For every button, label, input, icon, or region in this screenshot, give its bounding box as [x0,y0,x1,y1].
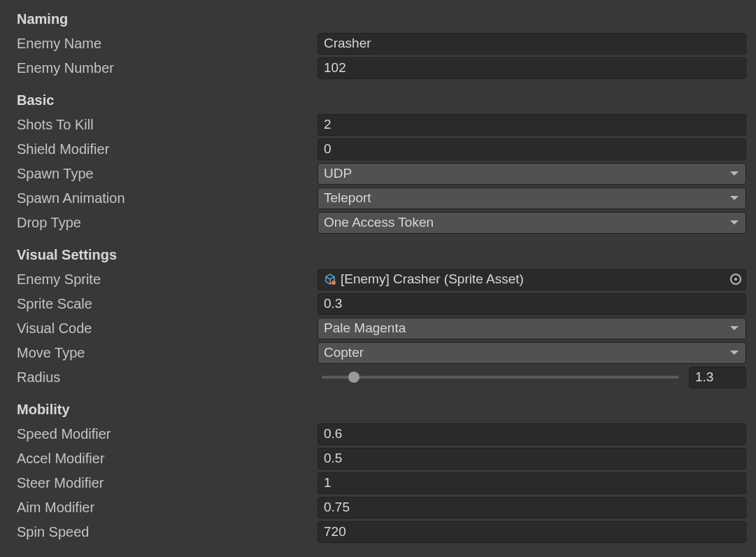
input-steer-modifier[interactable]: 1 [318,472,746,494]
slider-thumb-icon[interactable] [348,372,359,383]
row-speed-modifier: Speed Modifier 0.6 [17,422,746,446]
label-sprite-scale: Sprite Scale [17,296,318,312]
row-sprite-scale: Sprite Scale 0.3 [17,292,746,316]
input-aim-modifier[interactable]: 0.75 [318,497,746,519]
section-header-visual: Visual Settings [17,247,746,263]
section-header-naming: Naming [17,11,746,27]
dropdown-spawn-type[interactable]: UDP [318,163,746,185]
label-aim-modifier: Aim Modifier [17,500,318,516]
row-visual-code: Visual Code Pale Magenta [17,316,746,340]
object-picker-icon[interactable] [730,274,741,285]
svg-point-0 [331,281,336,285]
label-drop-type: Drop Type [17,215,318,231]
label-visual-code: Visual Code [17,320,318,337]
input-spin-speed[interactable]: 720 [318,521,746,543]
dropdown-drop-type-value: One Access Token [324,215,434,230]
dropdown-visual-code[interactable]: Pale Magenta [318,318,746,339]
dropdown-spawn-animation-value: Teleport [324,190,371,206]
label-enemy-name: Enemy Name [17,36,318,52]
section-header-mobility: Mobility [17,402,746,418]
label-shots-to-kill: Shots To Kill [17,117,318,133]
label-accel-modifier: Accel Modifier [17,451,318,467]
row-aim-modifier: Aim Modifier 0.75 [17,495,746,519]
input-speed-modifier[interactable]: 0.6 [318,423,746,445]
row-shots-to-kill: Shots To Kill 2 [17,113,746,136]
label-spawn-type: Spawn Type [17,166,318,182]
input-accel-modifier[interactable]: 0.5 [318,448,746,470]
label-spawn-animation: Spawn Animation [17,190,318,206]
section-header-basic: Basic [17,92,746,108]
label-radius: Radius [17,369,318,386]
label-enemy-sprite: Enemy Sprite [17,272,318,288]
label-steer-modifier: Steer Modifier [17,475,318,491]
dropdown-spawn-animation[interactable]: Teleport [318,188,746,209]
row-spawn-animation: Spawn Animation Teleport [17,186,746,210]
input-enemy-name[interactable]: Crasher [318,33,746,55]
object-field-enemy-sprite-value: [Enemy] Crasher (Sprite Asset) [341,272,524,287]
dropdown-visual-code-value: Pale Magenta [324,320,406,336]
row-shield-modifier: Shield Modifier 0 [17,137,746,161]
row-move-type: Move Type Copter [17,341,746,365]
dropdown-spawn-type-value: UDP [324,166,352,181]
label-move-type: Move Type [17,345,318,361]
chevron-down-icon [730,351,739,355]
input-shield-modifier[interactable]: 0 [318,139,746,160]
input-shots-to-kill[interactable]: 2 [318,114,746,136]
label-enemy-number: Enemy Number [17,60,318,76]
object-field-enemy-sprite[interactable]: [Enemy] Crasher (Sprite Asset) [318,269,746,290]
row-steer-modifier: Steer Modifier 1 [17,471,746,495]
slider-radius[interactable] [322,376,679,379]
label-spin-speed: Spin Speed [17,524,318,540]
row-drop-type: Drop Type One Access Token [17,211,746,234]
chevron-down-icon [730,326,739,330]
prefab-icon [324,273,336,285]
chevron-down-icon [730,171,739,176]
chevron-down-icon [730,196,739,200]
row-enemy-sprite: Enemy Sprite [Enemy] Crasher (Sprite Ass… [17,267,746,291]
input-radius-value[interactable]: 1.3 [689,367,746,388]
chevron-down-icon [730,220,739,225]
dropdown-move-type-value: Copter [324,345,364,360]
row-spin-speed: Spin Speed 720 [17,520,746,544]
dropdown-drop-type[interactable]: One Access Token [318,212,746,234]
inspector-panel: Naming Enemy Name Crasher Enemy Number 1… [0,0,756,551]
row-radius: Radius 1.3 [17,365,746,389]
dropdown-move-type[interactable]: Copter [318,342,746,364]
label-shield-modifier: Shield Modifier [17,141,318,157]
row-enemy-number: Enemy Number 102 [17,56,746,80]
row-enemy-name: Enemy Name Crasher [17,31,746,55]
input-sprite-scale[interactable]: 0.3 [318,293,746,315]
row-accel-modifier: Accel Modifier 0.5 [17,446,746,470]
row-spawn-type: Spawn Type UDP [17,162,746,185]
label-speed-modifier: Speed Modifier [17,426,318,442]
input-enemy-number[interactable]: 102 [318,57,746,79]
